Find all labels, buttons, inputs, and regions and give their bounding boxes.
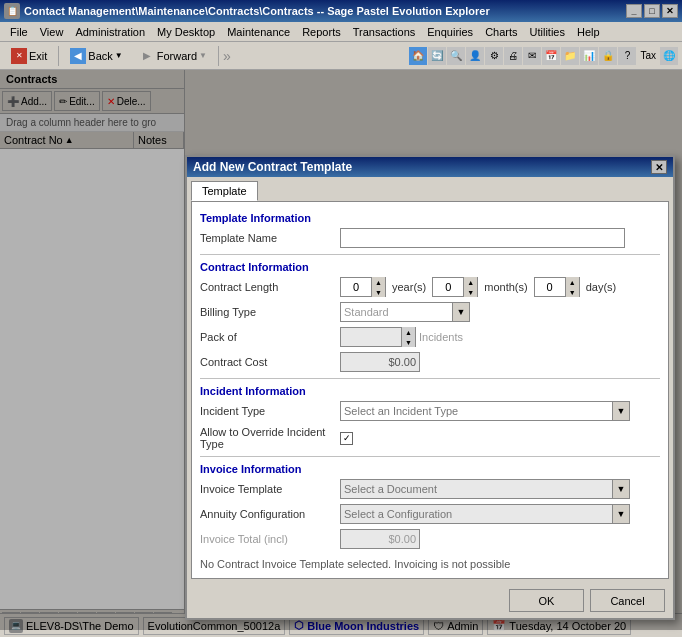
toolbar-icon-chart[interactable]: 📊 <box>580 47 598 65</box>
contract-days-input[interactable] <box>535 281 565 293</box>
years-up-button[interactable]: ▲ <box>371 277 385 287</box>
template-name-row: Template Name <box>200 228 660 248</box>
tab-template[interactable]: Template <box>191 181 258 201</box>
exit-label: Exit <box>29 50 47 62</box>
annuity-config-combo[interactable]: ▼ <box>340 504 630 524</box>
toolbar-icon-refresh[interactable]: 🔄 <box>428 47 446 65</box>
menu-utilities[interactable]: Utilities <box>524 24 571 40</box>
menu-mydesktop[interactable]: My Desktop <box>151 24 221 40</box>
billing-type-row: Billing Type ▼ <box>200 302 660 322</box>
toolbar-icon-globe[interactable]: 🌐 <box>660 47 678 65</box>
days-up-button[interactable]: ▲ <box>565 277 579 287</box>
annuity-config-input[interactable] <box>340 504 612 524</box>
contract-cost-input[interactable] <box>340 352 420 372</box>
toolbar-icon-lock[interactable]: 🔒 <box>599 47 617 65</box>
main-toolbar: ✕ Exit ◀ Back ▼ ▶ Forward ▼ » 🏠 🔄 🔍 👤 ⚙ … <box>0 42 682 70</box>
incident-type-arrow[interactable]: ▼ <box>612 401 630 421</box>
menu-transactions[interactable]: Transactions <box>347 24 422 40</box>
pack-of-input[interactable] <box>341 331 401 343</box>
ok-button[interactable]: OK <box>509 589 584 612</box>
toolbar-icon-folder[interactable]: 📁 <box>561 47 579 65</box>
back-button[interactable]: ◀ Back ▼ <box>63 45 129 67</box>
incident-type-label: Incident Type <box>200 405 340 417</box>
years-down-button[interactable]: ▼ <box>371 287 385 297</box>
forward-button[interactable]: ▶ Forward ▼ <box>132 45 214 67</box>
billing-type-combo[interactable]: ▼ <box>340 302 470 322</box>
menu-administration[interactable]: Administration <box>69 24 151 40</box>
divider-2 <box>200 378 660 379</box>
pack-of-btns: ▲ ▼ <box>401 327 415 347</box>
exit-button[interactable]: ✕ Exit <box>4 45 54 67</box>
toolbar-icon-calendar[interactable]: 📅 <box>542 47 560 65</box>
incident-type-combo[interactable]: ▼ <box>340 401 630 421</box>
menu-help[interactable]: Help <box>571 24 606 40</box>
annuity-config-row: Annuity Configuration ▼ <box>200 504 660 524</box>
modal-title: Add New Contract Template <box>193 160 352 174</box>
pack-up-button[interactable]: ▲ <box>401 327 415 337</box>
pack-down-button[interactable]: ▼ <box>401 337 415 347</box>
maximize-button[interactable]: □ <box>644 4 660 18</box>
modal-footer: OK Cancel <box>187 583 673 618</box>
contract-months-btns: ▲ ▼ <box>463 277 477 297</box>
toolbar-icon-help[interactable]: ? <box>618 47 636 65</box>
divider-3 <box>200 456 660 457</box>
years-label: year(s) <box>392 281 426 293</box>
exit-icon: ✕ <box>11 48 27 64</box>
toolbar-icon-home[interactable]: 🏠 <box>409 47 427 65</box>
toolbar-icon-print[interactable]: 🖨 <box>504 47 522 65</box>
incident-type-row: Incident Type ▼ <box>200 401 660 421</box>
pack-of-row: Pack of ▲ ▼ Incidents <box>200 327 660 347</box>
menu-enquiries[interactable]: Enquiries <box>421 24 479 40</box>
menu-maintenance[interactable]: Maintenance <box>221 24 296 40</box>
contract-years-input[interactable] <box>341 281 371 293</box>
toolbar-sep-1 <box>58 46 59 66</box>
menu-reports[interactable]: Reports <box>296 24 347 40</box>
override-checkbox[interactable]: ✓ <box>340 432 353 445</box>
override-row: Allow to Override Incident Type ✓ <box>200 426 660 450</box>
invoice-template-arrow[interactable]: ▼ <box>612 479 630 499</box>
toolbar-sep-2 <box>218 46 219 66</box>
toolbar-icon-mail[interactable]: ✉ <box>523 47 541 65</box>
menu-charts[interactable]: Charts <box>479 24 523 40</box>
invoice-template-control: ▼ <box>340 479 660 499</box>
contract-years-spinner[interactable]: ▲ ▼ <box>340 277 386 297</box>
days-label: day(s) <box>586 281 617 293</box>
menu-file[interactable]: File <box>4 24 34 40</box>
template-name-input[interactable] <box>340 228 625 248</box>
toolbar-icon-settings[interactable]: ⚙ <box>485 47 503 65</box>
billing-type-arrow[interactable]: ▼ <box>452 302 470 322</box>
contract-length-control: ▲ ▼ year(s) ▲ ▼ month(s) <box>340 277 660 297</box>
window-title: Contact Management\Maintenance\Contracts… <box>24 5 626 17</box>
invoice-template-row: Invoice Template ▼ <box>200 479 660 499</box>
billing-type-input[interactable] <box>340 302 452 322</box>
section-template-info: Template Information <box>200 212 660 224</box>
modal-close-button[interactable]: ✕ <box>651 160 667 174</box>
contract-days-spinner[interactable]: ▲ ▼ <box>534 277 580 297</box>
template-name-label: Template Name <box>200 232 340 244</box>
toolbar-icon-user[interactable]: 👤 <box>466 47 484 65</box>
days-down-button[interactable]: ▼ <box>565 287 579 297</box>
minimize-button[interactable]: _ <box>626 4 642 18</box>
annuity-config-control: ▼ <box>340 504 660 524</box>
annuity-config-arrow[interactable]: ▼ <box>612 504 630 524</box>
close-button[interactable]: ✕ <box>662 4 678 18</box>
contract-months-spinner[interactable]: ▲ ▼ <box>432 277 478 297</box>
contract-years-btns: ▲ ▼ <box>371 277 385 297</box>
incident-type-input[interactable] <box>340 401 612 421</box>
section-incident-info: Incident Information <box>200 385 660 397</box>
contract-days-btns: ▲ ▼ <box>565 277 579 297</box>
toolbar-icon-search[interactable]: 🔍 <box>447 47 465 65</box>
months-down-button[interactable]: ▼ <box>463 287 477 297</box>
pack-of-spinner[interactable]: ▲ ▼ <box>340 327 416 347</box>
template-name-control <box>340 228 660 248</box>
invoice-total-control <box>340 529 660 549</box>
invoice-template-combo[interactable]: ▼ <box>340 479 630 499</box>
incident-type-control: ▼ <box>340 401 660 421</box>
months-up-button[interactable]: ▲ <box>463 277 477 287</box>
forward-label: Forward <box>157 50 197 62</box>
invoice-template-input[interactable] <box>340 479 612 499</box>
menu-view[interactable]: View <box>34 24 70 40</box>
contract-months-input[interactable] <box>433 281 463 293</box>
pack-of-label: Pack of <box>200 331 340 343</box>
cancel-button[interactable]: Cancel <box>590 589 665 612</box>
